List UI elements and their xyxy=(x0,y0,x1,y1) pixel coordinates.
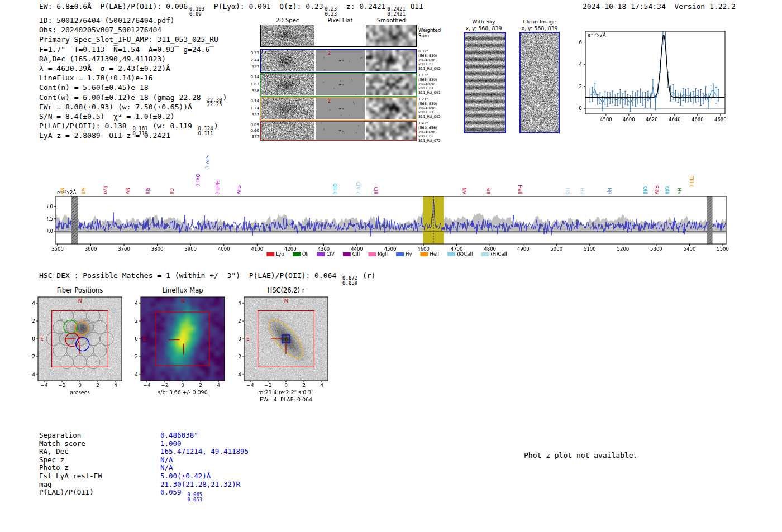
info-line: Obs: 20240205v007_5001276404 xyxy=(39,26,227,35)
spec2d-row xyxy=(260,121,417,141)
match-field-value: N/A xyxy=(160,456,173,464)
row-observation-info: 1.42"(569, 656)20240205v007_02311_RU_072 xyxy=(418,122,441,143)
match-field-label: Est LyA rest-EW xyxy=(39,472,102,480)
info-line: LineFlux = 1.70(±0.14)e-16 xyxy=(39,74,227,83)
match-field-value: 0.059 0.0650.053 xyxy=(160,488,203,502)
info-line: λ = 4630.39Å σ = 2.43(±0.22)Å xyxy=(39,64,227,74)
match-field-value: 1.000 xyxy=(160,439,182,448)
clean-image xyxy=(519,32,560,133)
spec2d-row xyxy=(260,73,417,97)
lineflux-map-cutout xyxy=(121,291,227,391)
photz-note: Phot z plot not available. xyxy=(524,451,638,459)
sup-sub-value: 0.1240.111 xyxy=(198,126,213,136)
match-table-row: Separation0.486038" xyxy=(39,431,102,439)
row-scale-values: 0.141.87358 xyxy=(246,74,259,95)
match-field-label: RA, Dec xyxy=(39,447,69,456)
full-spectrum-plot xyxy=(47,142,735,260)
match-table-row: Match score1.000 xyxy=(39,439,102,448)
line-fit-plot xyxy=(559,23,754,124)
spec2d-weighted-row xyxy=(260,25,417,47)
row-observation-info: 1.13"(568, 830)20240205v007_01311_RU_091 xyxy=(418,74,441,95)
info-line: Primary Spec_Slot_IFU_AMP: 311_053_025_R… xyxy=(39,35,227,45)
info-line: F=1.7" T=0.113 N̅=1.54 A=0.93̅ g=24.6̅ xyxy=(39,45,227,55)
row-observation-info: 0.37"(568, 839)20240205v007_03311_RU_092 xyxy=(418,50,441,71)
match-table-row: RA, Dec165.471214, 49.411895 xyxy=(39,447,102,456)
row-observation-info: 1.21"(568, 839)20240205v007_01311_RU_092 xyxy=(418,98,441,119)
match-table-row: mag21.30(21.28,21.32)R xyxy=(39,480,102,488)
match-table-row: Photo zN/A xyxy=(39,463,102,472)
col-title-2dspec: 2D Spec xyxy=(260,17,314,23)
match-field-value: 5.00(±0.42)Å xyxy=(160,472,211,480)
info-line: EWr = 8.00(±0.93) (w: 7.50(±0.65))Å xyxy=(39,103,227,112)
sup-sub-value: 0.0650.053 xyxy=(187,492,202,502)
match-field-label: Separation xyxy=(39,431,81,439)
with-sky-title: With Sky x, y: 568, 839 xyxy=(462,18,505,31)
match-field-label: Photo z xyxy=(39,463,69,472)
hsc-caption-2: EWr: 4. PLAE: 0.064 xyxy=(244,396,328,402)
spec2d-row xyxy=(260,97,417,121)
summary-header: EW: 6.8±0.6Å P(LAE)/P(OII): 0.0960.1030.… xyxy=(39,2,423,16)
match-field-value: 0.486038" xyxy=(160,431,198,439)
row-scale-values: 0.090.60377 xyxy=(246,122,259,139)
sup-sub-value: 22.3022.25 xyxy=(207,98,222,107)
info-line: S/N = 8.4(±0.5) χ² = 1.0(±0.2) xyxy=(39,112,227,122)
catalog-match-table: Separation0.486038"Match score1.000RA, D… xyxy=(39,431,102,496)
match-field-value: 21.30(21.28,21.32)R xyxy=(160,480,240,488)
match-table-row: P(LAE)/P(OII)0.059 0.0650.053 xyxy=(39,488,102,496)
col-title-pixelflat: Pixel Flat xyxy=(316,17,365,23)
match-field-label: mag xyxy=(39,480,52,488)
fiber-positions-cutout xyxy=(18,291,125,391)
info-line: Cont(w) = 6.00(±0.12)e-18 (gmag 22.28 22… xyxy=(39,93,227,103)
match-table-row: Est LyA rest-EW5.00(±0.42)Å xyxy=(39,472,102,480)
weighted-sum-label: Weighted Sum xyxy=(418,27,441,39)
match-field-value: 165.471214, 49.411895 xyxy=(160,447,249,456)
sup-sub-value: 0.0720.059 xyxy=(342,276,357,285)
timestamp: 2024-10-18 17:54:34 Version 1.22.2 xyxy=(583,2,736,11)
row-scale-values: 0.141.74357 xyxy=(246,98,259,119)
clean-image-title: Clean Image x, y: 568, 839 xyxy=(518,18,561,31)
info-line: RA,Dec (165.471390,49.411823) xyxy=(39,55,227,64)
with-sky-image xyxy=(464,32,506,133)
sup-sub-value: 0.230.23 xyxy=(325,7,337,16)
hsc-image-cutout xyxy=(225,291,331,391)
match-field-value: N/A xyxy=(160,463,173,472)
hetdex-detection-report: EW: 6.8±0.6Å P(LAE)/P(OII): 0.0960.1030.… xyxy=(0,0,782,532)
lineflux-caption: s/b: 3.66 +/- 0.090 xyxy=(141,389,225,395)
match-table-row: Spec zN/A xyxy=(39,456,102,464)
match-field-label: Spec z xyxy=(39,456,64,464)
col-title-smoothed: Smoothed xyxy=(366,17,417,23)
match-field-label: Match score xyxy=(39,439,85,448)
match-field-label: P(LAE)/P(OII) xyxy=(39,488,94,496)
sup-sub-value: 0.24210.2421 xyxy=(387,7,406,16)
hsc-caption-1: m:21.4 re:2.2" s:0.3" xyxy=(244,389,328,395)
info-line: ID: 5001276404 (5001276404.pdf) xyxy=(39,16,227,26)
hsc-dex-header: HSC-DEX : Possible Matches = 1 (within +… xyxy=(39,271,375,285)
spec2d-panels: 0.332.443570.37"(568, 839)20240205v007_0… xyxy=(246,25,470,145)
spec2d-row xyxy=(260,49,417,73)
row-scale-values: 0.332.44357 xyxy=(246,50,259,71)
info-line: P(LAE)/P(OII): 0.138 0.1610.119 (w: 0.11… xyxy=(39,122,227,131)
info-line: Cont(n) = 5.60(±0.45)e-18 xyxy=(39,83,227,93)
fiber-xlabel: arcsecs xyxy=(38,389,122,395)
sup-sub-value: 0.1030.09 xyxy=(189,7,204,16)
detection-info-block: ID: 5001276404 (5001276404.pdf)Obs: 2024… xyxy=(39,16,227,141)
